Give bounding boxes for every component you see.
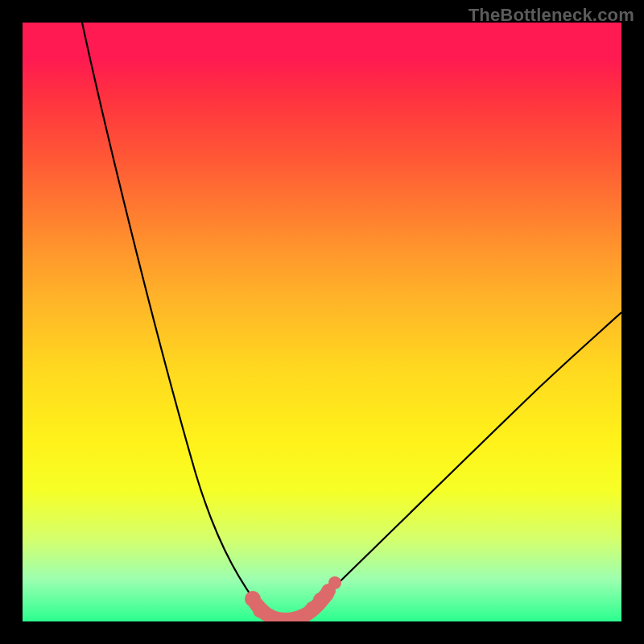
curve-right-path [306,312,621,614]
bottleneck-curve [23,23,621,621]
pink-dot-icon [253,602,269,618]
outer-frame: TheBottleneck.com [0,0,644,644]
pink-dot-icon [328,576,341,589]
watermark-label: TheBottleneck.com [469,5,634,26]
plot-area [23,23,621,621]
curve-left-path [82,23,266,617]
